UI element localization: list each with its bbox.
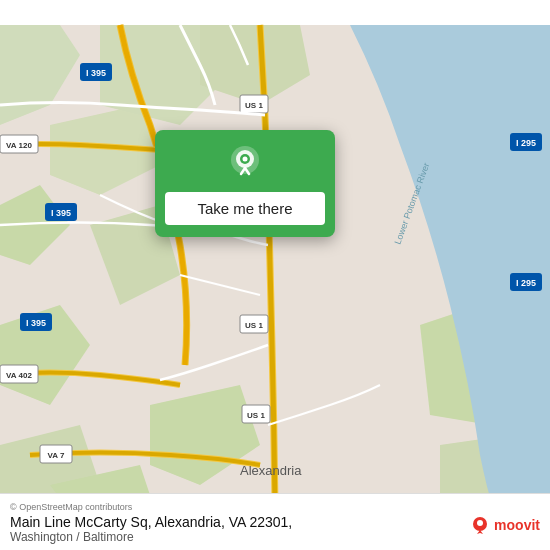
svg-text:US 1: US 1	[247, 411, 265, 420]
svg-text:VA 120: VA 120	[6, 141, 32, 150]
take-me-there-button[interactable]: Take me there	[165, 192, 325, 225]
svg-text:US 1: US 1	[245, 321, 263, 330]
svg-text:I 395: I 395	[26, 318, 46, 328]
svg-text:VA 402: VA 402	[6, 371, 32, 380]
svg-text:I 395: I 395	[51, 208, 71, 218]
address-text: Main Line McCarty Sq, Alexandria, VA 223…	[10, 514, 540, 530]
svg-text:US 1: US 1	[245, 101, 263, 110]
map-container: Lower Potomac River I 395 I 395 I 395 US…	[0, 0, 550, 550]
moovit-logo-text: moovit	[494, 517, 540, 533]
svg-text:I 395: I 395	[86, 68, 106, 78]
copyright-label: © OpenStreetMap contributors	[10, 502, 132, 512]
moovit-logo: moovit	[469, 514, 540, 536]
svg-text:Alexandria: Alexandria	[240, 463, 302, 478]
svg-text:I 295: I 295	[516, 278, 536, 288]
copyright-text: © OpenStreetMap contributors	[10, 502, 540, 512]
moovit-logo-icon	[469, 514, 491, 536]
svg-text:I 295: I 295	[516, 138, 536, 148]
svg-point-40	[243, 157, 248, 162]
svg-point-42	[477, 520, 483, 526]
popup-card: Take me there	[155, 130, 335, 237]
map-background: Lower Potomac River I 395 I 395 I 395 US…	[0, 0, 550, 550]
bottom-bar: © OpenStreetMap contributors Main Line M…	[0, 493, 550, 550]
location-pin-icon	[226, 144, 264, 182]
svg-text:VA 7: VA 7	[48, 451, 65, 460]
sub-address-text: Washington / Baltimore	[10, 530, 540, 544]
